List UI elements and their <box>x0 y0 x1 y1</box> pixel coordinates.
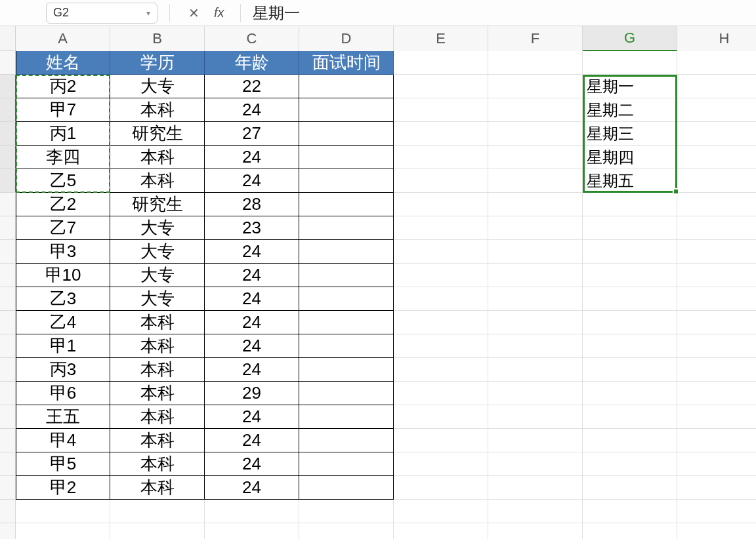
column-header[interactable]: F <box>488 26 583 51</box>
cell[interactable]: 大专 <box>110 75 205 98</box>
spreadsheet-grid[interactable]: ABCDEFGH 姓名学历年龄面试时间丙2大专22星期一甲7本科24星期二丙1研… <box>0 26 756 539</box>
cell[interactable] <box>488 51 583 75</box>
cell[interactable] <box>488 240 583 264</box>
cell[interactable] <box>677 146 756 169</box>
cell[interactable]: 本科 <box>110 452 205 476</box>
cell[interactable] <box>677 287 756 311</box>
cell[interactable] <box>677 169 756 193</box>
cell[interactable] <box>299 287 394 311</box>
cell[interactable] <box>299 523 394 539</box>
column-header[interactable]: D <box>299 26 394 51</box>
fx-label[interactable]: fx <box>214 5 224 20</box>
cell[interactable]: 本科 <box>110 476 205 500</box>
cell[interactable] <box>583 193 677 216</box>
cell[interactable] <box>394 523 488 539</box>
cell[interactable] <box>394 287 488 311</box>
cell[interactable] <box>299 500 394 523</box>
row-header[interactable] <box>0 169 16 193</box>
cell[interactable] <box>488 452 583 476</box>
cell[interactable] <box>677 334 756 358</box>
cell[interactable] <box>299 405 394 429</box>
cell[interactable] <box>299 169 394 193</box>
cell[interactable] <box>677 500 756 523</box>
cell[interactable] <box>488 146 583 169</box>
row-header[interactable] <box>0 311 16 334</box>
cell[interactable] <box>299 334 394 358</box>
column-header[interactable]: B <box>110 26 205 51</box>
cell[interactable] <box>488 334 583 358</box>
cell[interactable] <box>299 311 394 334</box>
cell[interactable]: 29 <box>205 382 299 405</box>
cell[interactable] <box>394 146 488 169</box>
cell[interactable] <box>488 287 583 311</box>
cell[interactable]: 研究生 <box>110 193 205 216</box>
row-header[interactable] <box>0 523 16 539</box>
cell[interactable]: 本科 <box>110 405 205 429</box>
cell[interactable]: 24 <box>205 240 299 264</box>
cell[interactable] <box>394 358 488 382</box>
row-header[interactable] <box>0 122 16 146</box>
cell[interactable] <box>488 169 583 193</box>
cell[interactable]: 王五 <box>16 405 110 429</box>
row-header[interactable] <box>0 382 16 405</box>
cell[interactable] <box>677 122 756 146</box>
cell[interactable]: 24 <box>205 287 299 311</box>
cell[interactable]: 23 <box>205 216 299 240</box>
cell[interactable] <box>299 193 394 216</box>
row-header[interactable] <box>0 476 16 500</box>
cell[interactable]: 面试时间 <box>299 51 394 75</box>
cell[interactable] <box>394 311 488 334</box>
cancel-icon[interactable]: ✕ <box>188 5 200 21</box>
cell[interactable]: 甲5 <box>16 452 110 476</box>
row-header[interactable] <box>0 264 16 287</box>
cell[interactable] <box>299 429 394 452</box>
cell[interactable] <box>488 264 583 287</box>
cell[interactable]: 24 <box>205 334 299 358</box>
cell[interactable] <box>677 523 756 539</box>
cell[interactable]: 甲6 <box>16 382 110 405</box>
cell[interactable] <box>488 311 583 334</box>
cell[interactable]: 星期五 <box>583 169 677 193</box>
cell[interactable] <box>677 405 756 429</box>
cell[interactable] <box>488 75 583 98</box>
cell[interactable]: 本科 <box>110 358 205 382</box>
cell[interactable]: 丙3 <box>16 358 110 382</box>
row-header[interactable] <box>0 216 16 240</box>
cell[interactable]: 24 <box>205 98 299 122</box>
cell[interactable] <box>677 264 756 287</box>
row-header[interactable] <box>0 429 16 452</box>
cell[interactable]: 本科 <box>110 311 205 334</box>
cell[interactable]: 27 <box>205 122 299 146</box>
cell[interactable] <box>583 429 677 452</box>
cell[interactable]: 本科 <box>110 334 205 358</box>
cell[interactable] <box>16 500 110 523</box>
cell[interactable] <box>394 405 488 429</box>
cell[interactable]: 本科 <box>110 382 205 405</box>
cell[interactable] <box>583 216 677 240</box>
cell[interactable] <box>299 122 394 146</box>
cell[interactable] <box>110 500 205 523</box>
cell[interactable] <box>488 523 583 539</box>
cell[interactable]: 24 <box>205 169 299 193</box>
cell[interactable]: 甲7 <box>16 98 110 122</box>
column-header[interactable]: H <box>677 26 756 51</box>
cell[interactable] <box>583 452 677 476</box>
cell[interactable] <box>299 358 394 382</box>
cell[interactable] <box>299 240 394 264</box>
cell[interactable] <box>394 216 488 240</box>
cell[interactable] <box>394 500 488 523</box>
cell[interactable]: 甲2 <box>16 476 110 500</box>
column-header[interactable]: E <box>394 26 488 51</box>
cell[interactable] <box>299 264 394 287</box>
cell[interactable]: 星期一 <box>583 75 677 98</box>
cell[interactable] <box>583 264 677 287</box>
row-header[interactable] <box>0 51 16 75</box>
cell[interactable]: 22 <box>205 75 299 98</box>
cell[interactable] <box>583 240 677 264</box>
cell[interactable]: 乙4 <box>16 311 110 334</box>
row-header[interactable] <box>0 500 16 523</box>
cell[interactable]: 甲3 <box>16 240 110 264</box>
cell[interactable] <box>488 500 583 523</box>
cell[interactable]: 24 <box>205 358 299 382</box>
row-header[interactable] <box>0 240 16 264</box>
